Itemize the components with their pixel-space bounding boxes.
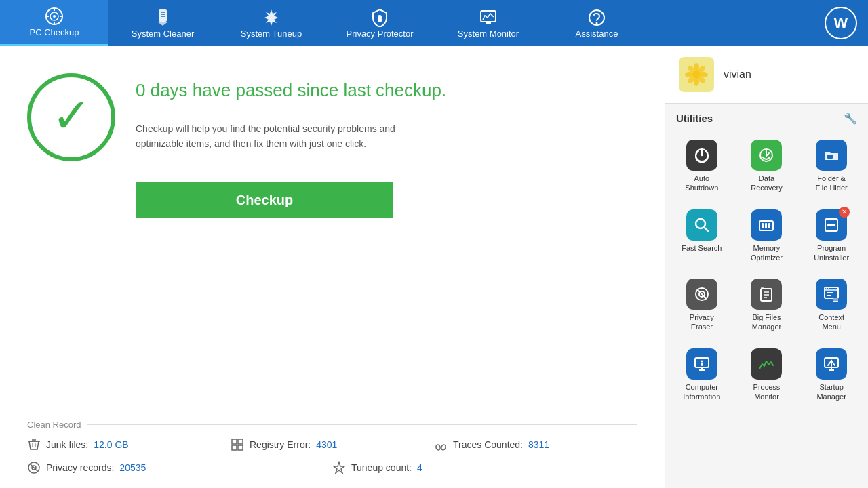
utilities-grid: AutoShutdown DataRecovery — [665, 130, 868, 411]
folder-file-hider-label: Folder &File Hider — [816, 174, 848, 193]
assistance-icon — [587, 8, 606, 27]
system-monitor-icon — [479, 8, 498, 27]
process-monitor-icon — [757, 355, 775, 373]
auto-shutdown-icon — [693, 146, 711, 164]
privacy-eraser-icon — [693, 285, 711, 303]
svg-point-33 — [694, 78, 699, 86]
privacy-eraser-label: PrivacyEraser — [690, 312, 714, 332]
nav-pc-checkup[interactable]: PC Checkup — [0, 0, 108, 46]
main-content: ✓ 0 days have passed since last checkup.… — [0, 46, 868, 488]
svg-line-46 — [704, 227, 708, 231]
checkup-button[interactable]: Checkup — [136, 182, 393, 218]
svg-rect-12 — [378, 18, 382, 22]
computer-information-label: ComputerInformation — [683, 382, 720, 402]
nav-assistance[interactable]: Assistance — [542, 0, 651, 46]
stat-junk-files: Junk files: 12.0 GB — [27, 438, 231, 451]
util-folder-file-hider[interactable]: Folder &File Hider — [800, 133, 863, 200]
util-fast-search[interactable]: Fast Search — [671, 203, 733, 270]
checkup-status-circle: ✓ — [27, 73, 115, 161]
util-computer-information[interactable]: ComputerInformation — [671, 342, 733, 409]
program-uninstaller-label: ProgramUninstaller — [814, 243, 849, 263]
svg-rect-69 — [827, 295, 831, 296]
nav-system-cleaner[interactable]: System Cleaner — [108, 0, 217, 46]
computer-information-icon — [693, 355, 711, 373]
user-flower-avatar — [679, 57, 714, 92]
registry-error-icon — [231, 438, 244, 451]
checkup-top: ✓ 0 days have passed since last checkup.… — [27, 73, 637, 161]
svg-rect-50 — [768, 223, 770, 228]
svg-point-26 — [441, 444, 446, 450]
stat-privacy-records: Privacy records: 20535 — [27, 461, 332, 474]
registry-error-label: Registry Error: — [250, 439, 311, 450]
privacy-records-icon — [27, 461, 41, 474]
tuneup-count-label: Tuneup count: — [351, 462, 412, 473]
startup-manager-icon-wrap — [816, 348, 847, 380]
nav-system-tuneup-label: System Tuneup — [241, 28, 302, 39]
svg-rect-7 — [159, 9, 167, 22]
tuneup-count-value: 4 — [417, 462, 422, 473]
privacy-eraser-icon-wrap — [686, 279, 717, 310]
process-monitor-label: ProcessMonitor — [753, 382, 781, 402]
junk-files-value: 12.0 GB — [94, 439, 128, 450]
clean-record-label: Clean Record — [27, 420, 637, 430]
svg-rect-22 — [238, 439, 243, 444]
startup-manager-icon — [823, 355, 840, 373]
settings-wrench-icon[interactable]: 🔧 — [844, 112, 857, 125]
folder-file-hider-icon-wrap — [816, 140, 847, 171]
nav-privacy-protector[interactable]: Privacy Protector — [326, 0, 434, 46]
nav-system-monitor[interactable]: System Monitor — [434, 0, 542, 46]
data-recovery-label: DataRecovery — [751, 174, 782, 193]
big-files-manager-icon-wrap — [751, 279, 782, 310]
privacy-records-label: Privacy records: — [46, 462, 114, 473]
big-files-manager-icon — [757, 285, 775, 303]
privacy-protector-icon — [370, 8, 389, 27]
program-uninstaller-icon — [823, 216, 840, 234]
startup-manager-label: StartupManager — [816, 382, 846, 402]
stat-registry-error: Registry Error: 4301 — [231, 438, 434, 451]
auto-shutdown-icon-wrap — [686, 140, 717, 171]
util-data-recovery[interactable]: DataRecovery — [736, 133, 798, 200]
traces-value: 8311 — [528, 439, 549, 450]
svg-point-40 — [692, 70, 701, 79]
pc-checkup-icon — [45, 7, 64, 26]
util-program-uninstaller[interactable]: ✕ ProgramUninstaller — [800, 203, 863, 270]
util-big-files-manager[interactable]: Big FilesManager — [736, 272, 798, 339]
svg-rect-21 — [232, 439, 237, 444]
svg-line-29 — [30, 464, 38, 472]
svg-point-25 — [435, 444, 441, 450]
svg-point-2 — [53, 15, 56, 18]
flower-icon — [683, 61, 710, 88]
memory-optimizer-icon-wrap — [751, 209, 782, 241]
nav-system-tuneup[interactable]: System Tuneup — [217, 0, 326, 46]
utilities-header: Utilities 🔧 — [665, 104, 868, 130]
uninstaller-badge: ✕ — [839, 207, 850, 218]
util-process-monitor[interactable]: ProcessMonitor — [736, 342, 798, 409]
registry-error-value: 4301 — [316, 439, 337, 450]
svg-rect-48 — [762, 223, 764, 228]
tuneup-count-icon — [332, 461, 346, 474]
util-startup-manager[interactable]: StartupManager — [800, 342, 863, 409]
memory-optimizer-label: MemoryOptimizer — [751, 243, 783, 263]
data-recovery-icon-wrap — [751, 140, 782, 171]
program-uninstaller-icon-wrap: ✕ — [816, 209, 847, 241]
memory-optimizer-icon — [757, 216, 775, 234]
util-auto-shutdown[interactable]: AutoShutdown — [671, 133, 733, 200]
util-privacy-eraser[interactable]: PrivacyEraser — [671, 272, 733, 339]
data-recovery-icon — [757, 146, 775, 164]
svg-point-35 — [700, 72, 708, 77]
util-context-menu[interactable]: ContextMenu — [800, 272, 863, 339]
days-text: 0 days have passed since last checkup. — [136, 80, 446, 101]
user-avatar[interactable]: W — [825, 7, 857, 39]
context-menu-icon-wrap — [816, 279, 847, 310]
svg-rect-23 — [232, 445, 237, 450]
nav-system-monitor-label: System Monitor — [458, 28, 519, 39]
stat-tuneup-count: Tuneup count: 4 — [332, 461, 637, 474]
fast-search-icon-wrap — [686, 209, 717, 241]
util-memory-optimizer[interactable]: MemoryOptimizer — [736, 203, 798, 270]
svg-point-67 — [828, 288, 829, 289]
system-cleaner-icon — [153, 8, 172, 27]
svg-rect-68 — [827, 292, 833, 293]
big-files-manager-label: Big FilesManager — [752, 312, 781, 332]
nav-assistance-label: Assistance — [576, 28, 618, 39]
utilities-label: Utilities — [676, 113, 713, 124]
